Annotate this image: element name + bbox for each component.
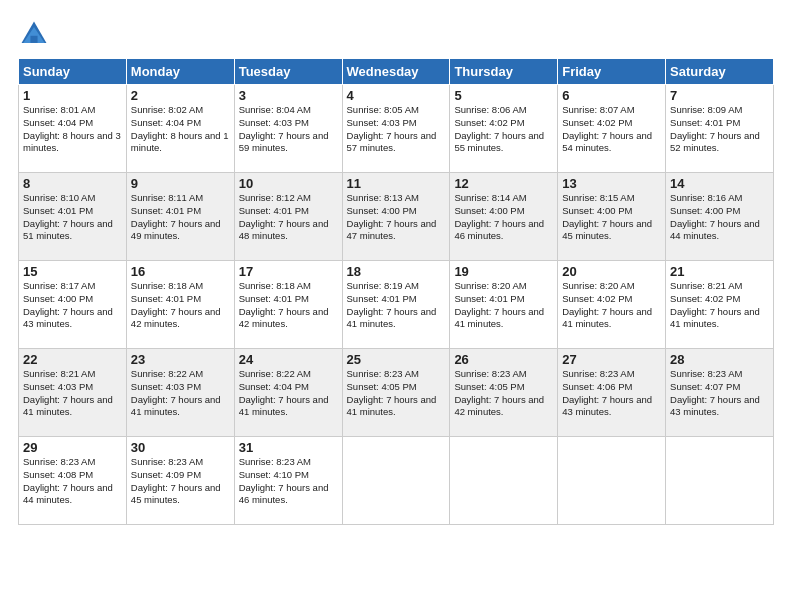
calendar-cell xyxy=(666,437,774,525)
calendar-cell: 4Sunrise: 8:05 AMSunset: 4:03 PMDaylight… xyxy=(342,85,450,173)
sunset-label: Sunset: 4:03 PM xyxy=(347,117,417,128)
daylight-label: Daylight: 7 hours and 43 minutes. xyxy=(23,306,113,330)
sunrise-label: Sunrise: 8:10 AM xyxy=(23,192,95,203)
day-number: 26 xyxy=(454,352,553,367)
cell-content: Sunrise: 8:02 AMSunset: 4:04 PMDaylight:… xyxy=(131,104,230,155)
svg-rect-2 xyxy=(30,36,37,43)
sunrise-label: Sunrise: 8:23 AM xyxy=(347,368,419,379)
daylight-label: Daylight: 7 hours and 57 minutes. xyxy=(347,130,437,154)
header-monday: Monday xyxy=(126,59,234,85)
day-number: 30 xyxy=(131,440,230,455)
sunrise-label: Sunrise: 8:23 AM xyxy=(670,368,742,379)
sunrise-label: Sunrise: 8:04 AM xyxy=(239,104,311,115)
sunset-label: Sunset: 4:03 PM xyxy=(23,381,93,392)
sunset-label: Sunset: 4:01 PM xyxy=(131,205,201,216)
day-number: 11 xyxy=(347,176,446,191)
calendar-cell: 21Sunrise: 8:21 AMSunset: 4:02 PMDayligh… xyxy=(666,261,774,349)
daylight-label: Daylight: 7 hours and 43 minutes. xyxy=(562,394,652,418)
cell-content: Sunrise: 8:16 AMSunset: 4:00 PMDaylight:… xyxy=(670,192,769,243)
calendar-cell: 13Sunrise: 8:15 AMSunset: 4:00 PMDayligh… xyxy=(558,173,666,261)
sunrise-label: Sunrise: 8:23 AM xyxy=(239,456,311,467)
cell-content: Sunrise: 8:20 AMSunset: 4:02 PMDaylight:… xyxy=(562,280,661,331)
sunset-label: Sunset: 4:03 PM xyxy=(131,381,201,392)
sunset-label: Sunset: 4:04 PM xyxy=(239,381,309,392)
cell-content: Sunrise: 8:01 AMSunset: 4:04 PMDaylight:… xyxy=(23,104,122,155)
calendar-cell: 19Sunrise: 8:20 AMSunset: 4:01 PMDayligh… xyxy=(450,261,558,349)
sunrise-label: Sunrise: 8:18 AM xyxy=(239,280,311,291)
sunrise-label: Sunrise: 8:15 AM xyxy=(562,192,634,203)
day-number: 27 xyxy=(562,352,661,367)
sunset-label: Sunset: 4:00 PM xyxy=(562,205,632,216)
calendar-cell: 8Sunrise: 8:10 AMSunset: 4:01 PMDaylight… xyxy=(19,173,127,261)
calendar-cell: 28Sunrise: 8:23 AMSunset: 4:07 PMDayligh… xyxy=(666,349,774,437)
sunrise-label: Sunrise: 8:22 AM xyxy=(131,368,203,379)
sunset-label: Sunset: 4:00 PM xyxy=(454,205,524,216)
header xyxy=(18,18,774,50)
week-row-1: 1Sunrise: 8:01 AMSunset: 4:04 PMDaylight… xyxy=(19,85,774,173)
cell-content: Sunrise: 8:23 AMSunset: 4:07 PMDaylight:… xyxy=(670,368,769,419)
daylight-label: Daylight: 7 hours and 49 minutes. xyxy=(131,218,221,242)
day-number: 16 xyxy=(131,264,230,279)
cell-content: Sunrise: 8:23 AMSunset: 4:08 PMDaylight:… xyxy=(23,456,122,507)
daylight-label: Daylight: 7 hours and 42 minutes. xyxy=(131,306,221,330)
cell-content: Sunrise: 8:23 AMSunset: 4:10 PMDaylight:… xyxy=(239,456,338,507)
daylight-label: Daylight: 7 hours and 41 minutes. xyxy=(239,394,329,418)
sunset-label: Sunset: 4:03 PM xyxy=(239,117,309,128)
sunset-label: Sunset: 4:07 PM xyxy=(670,381,740,392)
daylight-label: Daylight: 7 hours and 44 minutes. xyxy=(23,482,113,506)
sunset-label: Sunset: 4:04 PM xyxy=(131,117,201,128)
cell-content: Sunrise: 8:13 AMSunset: 4:00 PMDaylight:… xyxy=(347,192,446,243)
sunrise-label: Sunrise: 8:19 AM xyxy=(347,280,419,291)
calendar-cell: 23Sunrise: 8:22 AMSunset: 4:03 PMDayligh… xyxy=(126,349,234,437)
day-number: 13 xyxy=(562,176,661,191)
cell-content: Sunrise: 8:22 AMSunset: 4:03 PMDaylight:… xyxy=(131,368,230,419)
calendar-cell: 3Sunrise: 8:04 AMSunset: 4:03 PMDaylight… xyxy=(234,85,342,173)
calendar-cell: 9Sunrise: 8:11 AMSunset: 4:01 PMDaylight… xyxy=(126,173,234,261)
sunset-label: Sunset: 4:00 PM xyxy=(23,293,93,304)
logo-icon xyxy=(18,18,50,50)
daylight-label: Daylight: 7 hours and 52 minutes. xyxy=(670,130,760,154)
cell-content: Sunrise: 8:10 AMSunset: 4:01 PMDaylight:… xyxy=(23,192,122,243)
day-number: 15 xyxy=(23,264,122,279)
calendar-cell: 31Sunrise: 8:23 AMSunset: 4:10 PMDayligh… xyxy=(234,437,342,525)
calendar-cell: 12Sunrise: 8:14 AMSunset: 4:00 PMDayligh… xyxy=(450,173,558,261)
cell-content: Sunrise: 8:23 AMSunset: 4:09 PMDaylight:… xyxy=(131,456,230,507)
week-row-5: 29Sunrise: 8:23 AMSunset: 4:08 PMDayligh… xyxy=(19,437,774,525)
cell-content: Sunrise: 8:21 AMSunset: 4:03 PMDaylight:… xyxy=(23,368,122,419)
daylight-label: Daylight: 7 hours and 55 minutes. xyxy=(454,130,544,154)
daylight-label: Daylight: 8 hours and 3 minutes. xyxy=(23,130,121,154)
calendar-cell: 25Sunrise: 8:23 AMSunset: 4:05 PMDayligh… xyxy=(342,349,450,437)
sunset-label: Sunset: 4:02 PM xyxy=(454,117,524,128)
sunset-label: Sunset: 4:01 PM xyxy=(670,117,740,128)
sunrise-label: Sunrise: 8:05 AM xyxy=(347,104,419,115)
header-sunday: Sunday xyxy=(19,59,127,85)
sunrise-label: Sunrise: 8:13 AM xyxy=(347,192,419,203)
sunset-label: Sunset: 4:01 PM xyxy=(239,293,309,304)
header-row: SundayMondayTuesdayWednesdayThursdayFrid… xyxy=(19,59,774,85)
sunset-label: Sunset: 4:01 PM xyxy=(239,205,309,216)
daylight-label: Daylight: 7 hours and 42 minutes. xyxy=(454,394,544,418)
sunrise-label: Sunrise: 8:23 AM xyxy=(131,456,203,467)
sunset-label: Sunset: 4:05 PM xyxy=(454,381,524,392)
sunrise-label: Sunrise: 8:16 AM xyxy=(670,192,742,203)
calendar-cell: 27Sunrise: 8:23 AMSunset: 4:06 PMDayligh… xyxy=(558,349,666,437)
sunset-label: Sunset: 4:10 PM xyxy=(239,469,309,480)
sunrise-label: Sunrise: 8:23 AM xyxy=(562,368,634,379)
daylight-label: Daylight: 7 hours and 46 minutes. xyxy=(454,218,544,242)
day-number: 18 xyxy=(347,264,446,279)
daylight-label: Daylight: 7 hours and 43 minutes. xyxy=(670,394,760,418)
sunrise-label: Sunrise: 8:21 AM xyxy=(23,368,95,379)
calendar-cell: 16Sunrise: 8:18 AMSunset: 4:01 PMDayligh… xyxy=(126,261,234,349)
calendar-cell: 29Sunrise: 8:23 AMSunset: 4:08 PMDayligh… xyxy=(19,437,127,525)
daylight-label: Daylight: 7 hours and 44 minutes. xyxy=(670,218,760,242)
daylight-label: Daylight: 7 hours and 41 minutes. xyxy=(347,306,437,330)
calendar-cell: 1Sunrise: 8:01 AMSunset: 4:04 PMDaylight… xyxy=(19,85,127,173)
week-row-2: 8Sunrise: 8:10 AMSunset: 4:01 PMDaylight… xyxy=(19,173,774,261)
calendar-cell: 10Sunrise: 8:12 AMSunset: 4:01 PMDayligh… xyxy=(234,173,342,261)
day-number: 22 xyxy=(23,352,122,367)
cell-content: Sunrise: 8:23 AMSunset: 4:05 PMDaylight:… xyxy=(454,368,553,419)
sunset-label: Sunset: 4:09 PM xyxy=(131,469,201,480)
sunrise-label: Sunrise: 8:20 AM xyxy=(562,280,634,291)
day-number: 23 xyxy=(131,352,230,367)
day-number: 24 xyxy=(239,352,338,367)
